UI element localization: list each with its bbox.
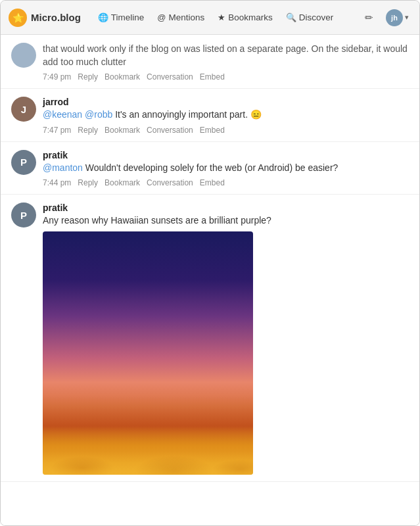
conversation-link[interactable]: Conversation — [147, 178, 193, 187]
chevron-down-icon: ▾ — [405, 13, 409, 22]
mentions-icon: @ — [157, 12, 166, 22]
post-content: pratik Any reason why Hawaiian sunsets a… — [43, 203, 409, 475]
post-text: Any reason why Hawaiian sunsets are a br… — [43, 214, 409, 227]
post-body: Wouldn't developing solely for the web (… — [85, 162, 338, 173]
embed-link[interactable]: Embed — [200, 178, 225, 187]
avatar[interactable]: J — [11, 97, 36, 122]
post-meta: 7:49 pm Reply Bookmark Conversation Embe… — [43, 72, 409, 82]
post-item: P pratik Any reason why Hawaiian sunsets… — [1, 195, 419, 482]
post-meta: 7:47 pm Reply Bookmark Conversation Embe… — [43, 126, 409, 135]
conversation-link[interactable]: Conversation — [147, 72, 193, 82]
nav-items: 🌐 Timeline @ Mentions ★ Bookmarks 🔍 Disc… — [93, 9, 360, 26]
mentions-label: Mentions — [169, 12, 205, 22]
post-time: 7:49 pm — [43, 72, 71, 82]
nav-item-bookmarks[interactable]: ★ Bookmarks — [212, 9, 278, 26]
post-time: 7:47 pm — [43, 126, 71, 135]
post-text: that would work only if the blog on was … — [43, 43, 409, 68]
feed: that would work only if the blog on was … — [1, 35, 419, 525]
navbar: ⭐ Micro.blog 🌐 Timeline @ Mentions ★ Boo… — [1, 1, 419, 35]
post-username[interactable]: pratik — [43, 150, 409, 160]
post-meta: 7:44 pm Reply Bookmark Conversation Embe… — [43, 178, 409, 187]
compose-icon: ✏ — [365, 12, 373, 24]
bookmarks-icon: ★ — [218, 12, 225, 22]
user-menu-button[interactable]: jh ▾ — [383, 8, 411, 28]
post-item: J jarrod @keenan @robb It's an annoyingl… — [1, 89, 419, 142]
mention-link[interactable]: @robb — [85, 109, 112, 120]
embed-link[interactable]: Embed — [200, 126, 225, 135]
bookmark-link[interactable]: Bookmark — [105, 72, 140, 82]
post-content: jarrod @keenan @robb It's an annoyingly … — [43, 97, 409, 135]
mention-link[interactable]: @keenan — [43, 109, 82, 120]
post-image — [43, 231, 253, 475]
post-text: @manton Wouldn't developing solely for t… — [43, 162, 409, 175]
discover-label: Discover — [299, 12, 334, 22]
logo-text: Micro.blog — [31, 12, 81, 23]
avatar[interactable]: P — [11, 203, 36, 227]
nav-item-discover[interactable]: 🔍 Discover — [281, 9, 339, 26]
timeline-icon: 🌐 — [98, 12, 108, 22]
post-item: that would work only if the blog on was … — [1, 35, 419, 89]
post-content: that would work only if the blog on was … — [43, 43, 409, 82]
nav-right: ✏ jh ▾ — [360, 8, 411, 28]
post-body: It's an annoyingly important part. 😑 — [115, 109, 262, 120]
bookmark-link[interactable]: Bookmark — [105, 178, 140, 187]
reply-link[interactable]: Reply — [78, 126, 98, 135]
mention-link[interactable]: @manton — [43, 162, 83, 173]
embed-link[interactable]: Embed — [200, 72, 225, 82]
bookmarks-label: Bookmarks — [228, 12, 273, 22]
timeline-label: Timeline — [111, 12, 145, 22]
post-time: 7:44 pm — [43, 178, 71, 187]
reply-link[interactable]: Reply — [78, 72, 98, 82]
avatar — [11, 43, 36, 68]
compose-button[interactable]: ✏ — [360, 9, 378, 27]
discover-icon: 🔍 — [286, 12, 296, 22]
nav-item-timeline[interactable]: 🌐 Timeline — [93, 9, 150, 26]
avatar[interactable]: P — [11, 150, 36, 175]
reply-link[interactable]: Reply — [78, 178, 98, 187]
post-item: P pratik @manton Wouldn't developing sol… — [1, 142, 419, 195]
post-text: @keenan @robb It's an annoyingly importa… — [43, 108, 409, 122]
post-username[interactable]: jarrod — [43, 97, 409, 107]
nav-item-mentions[interactable]: @ Mentions — [152, 9, 210, 26]
post-username[interactable]: pratik — [43, 203, 409, 213]
post-content: pratik @manton Wouldn't developing solel… — [43, 150, 409, 188]
bookmark-link[interactable]: Bookmark — [105, 126, 140, 135]
logo-icon: ⭐ — [9, 9, 27, 27]
conversation-link[interactable]: Conversation — [147, 126, 193, 135]
avatar: jh — [386, 9, 403, 26]
logo[interactable]: ⭐ Micro.blog — [9, 9, 81, 27]
